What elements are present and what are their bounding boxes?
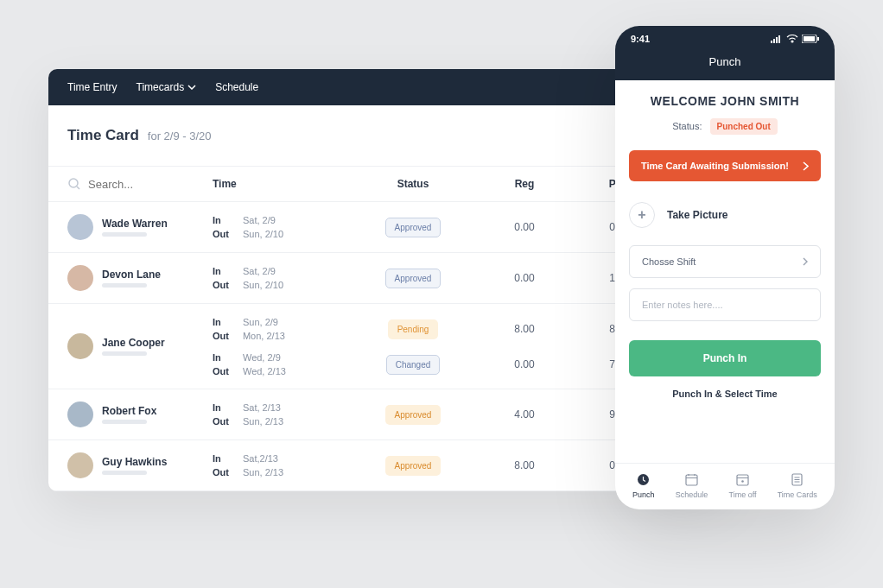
svg-rect-5: [778, 35, 780, 43]
svg-rect-2: [771, 41, 772, 43]
status-time: 9:41: [631, 34, 650, 44]
avatar: [67, 452, 93, 478]
svg-rect-4: [776, 37, 778, 43]
user-name: Guy Hawkins: [102, 456, 167, 468]
battery-icon: [802, 35, 819, 43]
page-title: Time Card: [67, 127, 139, 144]
user-name: Devon Lane: [102, 269, 161, 281]
punch-in-button[interactable]: Punch In: [629, 340, 821, 376]
avatar: [67, 265, 93, 291]
reg-value: 0.00: [477, 221, 572, 233]
status-badge: Punched Out: [710, 118, 778, 135]
tab-punch[interactable]: Punch: [632, 472, 655, 499]
reg-value: 8.00: [477, 459, 572, 471]
svg-point-16: [741, 480, 744, 483]
notes-input[interactable]: Enter notes here....: [629, 288, 821, 321]
col-status: Status: [349, 178, 477, 190]
tab-time-cards[interactable]: Time Cards: [778, 472, 817, 499]
mobile-device: 9:41 Punch WELCOME JOHN SMITH Status: Pu…: [615, 26, 835, 509]
tab-schedule[interactable]: Schedule: [676, 472, 708, 499]
avatar: [67, 333, 93, 359]
calendar-icon: [685, 472, 699, 486]
svg-rect-10: [686, 475, 697, 485]
svg-rect-14: [737, 475, 748, 485]
user-name: Robert Fox: [102, 405, 156, 417]
wifi-icon: [786, 35, 798, 43]
svg-line-1: [77, 187, 79, 189]
take-picture-button[interactable]: + Take Picture: [629, 202, 821, 228]
svg-point-0: [69, 179, 78, 187]
reg-value: 4.00: [477, 408, 572, 420]
chevron-down-icon: [187, 85, 196, 90]
chevron-right-icon: [803, 257, 808, 266]
status-row: Status: Punched Out: [629, 118, 821, 135]
date-range: for 2/9 - 3/20: [148, 130, 212, 142]
mobile-tab-bar: Punch Schedule Time off Time Cards: [615, 463, 835, 509]
user-progress-bar: [102, 351, 147, 356]
calendar-dot-icon: [735, 472, 749, 486]
avatar: [67, 401, 93, 427]
mobile-status-bar: 9:41: [615, 26, 835, 52]
alert-banner[interactable]: Time Card Awaiting Submission!: [629, 150, 821, 181]
status-badge: Pending: [388, 319, 439, 339]
tab-time-off[interactable]: Time off: [728, 472, 756, 499]
col-time: Time: [197, 178, 349, 190]
reg-value: 0.00: [477, 358, 572, 370]
reg-value: 0.00: [477, 272, 572, 284]
signal-icon: [771, 35, 783, 43]
reg-value: 8.00: [477, 323, 572, 335]
svg-rect-7: [804, 36, 815, 41]
status-badge: Changed: [386, 355, 441, 375]
col-reg: Reg: [477, 178, 572, 190]
status-label: Status:: [672, 121, 702, 131]
welcome-text: WELCOME JOHN SMITH: [629, 94, 821, 108]
mobile-header: Punch: [615, 52, 835, 80]
user-progress-bar: [102, 471, 147, 475]
status-badge: Approved: [385, 269, 442, 288]
nav-timecards[interactable]: Timecards: [137, 81, 197, 93]
svg-rect-8: [817, 37, 819, 41]
plus-icon: +: [629, 202, 655, 228]
nav-time-entry[interactable]: Time Entry: [67, 81, 118, 93]
search-icon: [67, 177, 81, 191]
punch-in-select-time-button[interactable]: Punch In & Select Time: [629, 389, 821, 399]
document-icon: [791, 472, 804, 486]
user-progress-bar: [102, 420, 147, 424]
choose-shift-field[interactable]: Chosse Shift: [629, 245, 821, 278]
user-progress-bar: [102, 283, 147, 288]
status-badge: Approved: [385, 456, 442, 476]
status-badge: Approved: [385, 405, 442, 425]
nav-schedule[interactable]: Schedule: [215, 81, 258, 93]
user-name: Wade Warren: [102, 218, 168, 230]
svg-rect-3: [773, 39, 775, 43]
status-badge: Approved: [385, 218, 442, 237]
clock-icon: [637, 472, 651, 486]
chevron-right-icon: [803, 161, 809, 171]
user-progress-bar: [102, 232, 147, 237]
user-name: Jane Cooper: [102, 337, 165, 349]
search-input[interactable]: [88, 178, 175, 191]
avatar: [67, 214, 93, 240]
